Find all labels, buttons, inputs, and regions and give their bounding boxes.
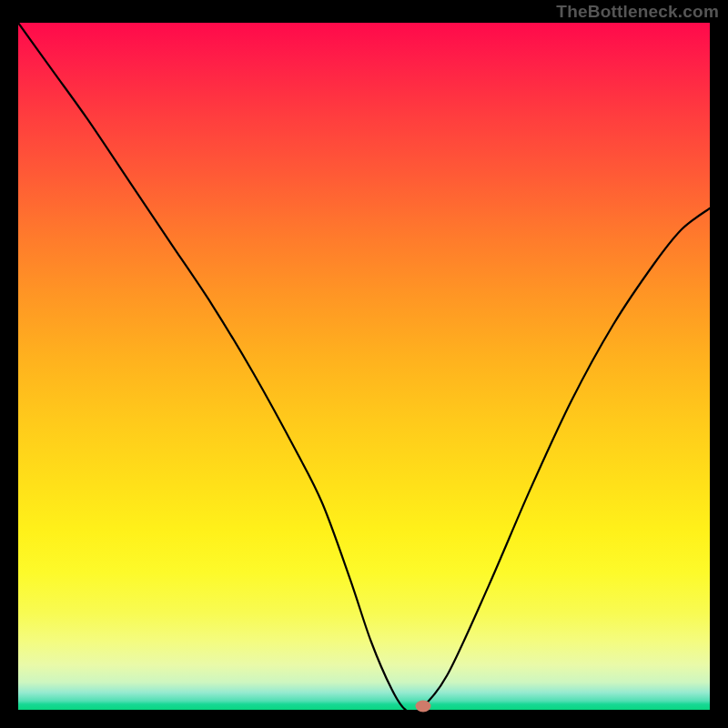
figure-root: TheBottleneck.com — [0, 0, 728, 728]
curve-path — [18, 23, 710, 710]
attribution-text: TheBottleneck.com — [556, 2, 719, 22]
bottleneck-marker — [415, 701, 430, 713]
plot-area — [18, 23, 710, 710]
bottleneck-curve — [18, 23, 710, 710]
